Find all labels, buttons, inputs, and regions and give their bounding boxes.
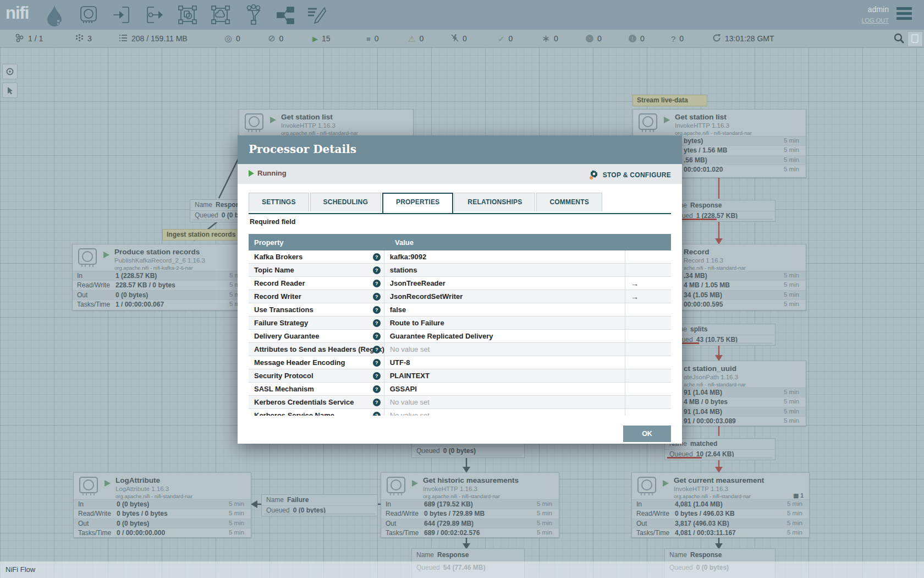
- app-header: nifi admin LOG OUT: [0, 0, 924, 30]
- status-not-transmitting: ⊘ 0: [268, 30, 283, 47]
- processor-icon: [637, 113, 658, 135]
- output-port-toolbar-icon[interactable]: [144, 4, 165, 25]
- status-locally-modified: ∗ 0: [542, 30, 558, 47]
- remote-process-group-toolbar-icon[interactable]: [210, 4, 231, 25]
- help-icon[interactable]: ?: [373, 346, 381, 353]
- cluster-node-badge: ▦ 1: [793, 492, 804, 499]
- running-icon: ▶: [312, 35, 318, 42]
- status-transmitting: ◎ 0: [224, 30, 240, 47]
- stop-and-configure-button[interactable]: STOP & CONFIGURE: [590, 170, 671, 179]
- property-row[interactable]: SASL Mechanism? GSSAPI: [249, 383, 671, 396]
- go-to-service-icon[interactable]: →: [631, 279, 639, 288]
- label-toolbar-icon[interactable]: [306, 4, 327, 25]
- processor-details-dialog: Processor Details Running STOP & CONFIGU…: [238, 135, 682, 444]
- processor-get-historic-measurements[interactable]: Get historic measurements InvokeHTTP 1.1…: [381, 472, 559, 538]
- nifi-logo: nifi: [6, 3, 29, 23]
- property-row[interactable]: Delivery Guarantee? Guarantee Replicated…: [249, 330, 671, 343]
- not-transmitting-icon: ⊘: [268, 34, 275, 43]
- funnel-toolbar-icon[interactable]: [243, 4, 264, 25]
- status-up-to-date: ✓ 0: [498, 30, 513, 47]
- dialog-status-strip: Running STOP & CONFIGURE: [238, 164, 682, 184]
- property-row[interactable]: Security Protocol? PLAINTEXT: [249, 369, 671, 383]
- process-group-toolbar-icon[interactable]: [177, 4, 198, 25]
- help-icon[interactable]: ?: [373, 266, 381, 274]
- queue-fill-bar: [264, 513, 375, 515]
- property-row[interactable]: Kafka Brokers? kafka:9092: [249, 250, 671, 264]
- help-icon[interactable]: ?: [373, 306, 381, 314]
- processor-log-attribute[interactable]: LogAttribute LogAttribute 1.16.3 org.apa…: [73, 472, 251, 538]
- label-stream-live-data[interactable]: Stream live-data: [632, 95, 707, 106]
- status-refresh: 13:01:28 GMT: [712, 30, 774, 47]
- help-icon[interactable]: ?: [373, 319, 381, 327]
- running-indicator-icon: [663, 480, 669, 487]
- help-icon[interactable]: ?: [373, 293, 381, 301]
- property-row[interactable]: Message Header Encoding? UTF-8: [249, 356, 671, 369]
- queued-icon: [119, 34, 128, 43]
- operate-palette-button[interactable]: [2, 83, 18, 98]
- help-icon[interactable]: ?: [373, 399, 381, 406]
- help-icon[interactable]: ?: [373, 372, 381, 380]
- connection-failure[interactable]: NameFailure Queued0 (0 bytes): [261, 494, 378, 516]
- property-row[interactable]: Topic Name? stations: [249, 264, 671, 277]
- nifi-drop-icon: [45, 3, 64, 29]
- processor-toolbar-icon[interactable]: [78, 4, 99, 25]
- stopped-icon: ■: [366, 35, 371, 42]
- help-icon[interactable]: ?: [373, 332, 381, 340]
- property-row[interactable]: Use Transactions? false: [249, 303, 671, 317]
- active-threads-icon: [75, 34, 84, 43]
- status-running: ▶ 15: [312, 30, 331, 47]
- help-icon[interactable]: ?: [373, 253, 381, 261]
- stale-icon: ↑: [586, 35, 593, 42]
- status-stopped: ■ 0: [366, 30, 379, 47]
- processor-get-current-measurement[interactable]: Get current measurement InvokeHTTP 1.16.…: [631, 472, 810, 538]
- breadcrumb[interactable]: NiFi Flow: [6, 565, 35, 574]
- clipped-property-row: Kerberos Service Name? No value set: [249, 409, 671, 416]
- invalid-icon: ⚠: [408, 35, 415, 43]
- help-icon[interactable]: ?: [373, 385, 381, 393]
- property-row[interactable]: Attributes to Send as Headers (Regex)? N…: [249, 343, 671, 356]
- refresh-icon[interactable]: [712, 34, 721, 43]
- logout-link[interactable]: LOG OUT: [861, 17, 889, 24]
- navigate-palette-button[interactable]: [2, 64, 18, 79]
- property-row[interactable]: Record Writer? JsonRecordSetWriter →: [249, 290, 671, 303]
- queue-fill-bar: [667, 457, 773, 459]
- dialog-header: Processor Details: [238, 135, 682, 164]
- running-indicator-icon: [664, 117, 670, 123]
- tab-settings[interactable]: SETTINGS: [249, 193, 309, 211]
- locally-modified-icon: ∗: [542, 34, 550, 43]
- global-menu-icon[interactable]: [897, 7, 912, 22]
- tab-relationships[interactable]: RELATIONSHIPS: [454, 193, 535, 211]
- transmitting-icon: ◎: [224, 34, 232, 43]
- disabled-icon: [451, 34, 459, 43]
- processor-icon: [77, 248, 98, 270]
- template-toolbar-icon[interactable]: [275, 4, 296, 25]
- tab-comments[interactable]: COMMENTS: [536, 193, 602, 211]
- running-icon: [249, 170, 254, 177]
- status-locally-modified-stale: ! 0: [629, 30, 645, 47]
- input-port-toolbar-icon[interactable]: [111, 4, 132, 25]
- tab-scheduling[interactable]: SCHEDULING: [310, 193, 381, 211]
- running-indicator-icon: [105, 480, 111, 487]
- cluster-icon: [15, 34, 24, 43]
- processor-icon: [244, 113, 265, 135]
- property-column-header: Property: [249, 238, 389, 247]
- running-indicator-icon: [412, 480, 418, 487]
- help-icon[interactable]: ?: [373, 359, 381, 367]
- tab-properties[interactable]: PROPERTIES: [382, 193, 453, 214]
- processor-produce-station-records[interactable]: Produce station records PublishKafkaReco…: [72, 244, 252, 310]
- ok-button[interactable]: OK: [623, 426, 671, 442]
- running-indicator-icon: [270, 117, 276, 123]
- help-icon[interactable]: ?: [373, 412, 381, 416]
- help-icon[interactable]: ?: [373, 280, 381, 287]
- property-row[interactable]: Record Reader? JsonTreeReader →: [249, 277, 671, 290]
- property-row[interactable]: Kerberos Credentials Service? No value s…: [249, 396, 671, 409]
- running-indicator-icon: [103, 252, 109, 258]
- queue-fill-bar: [667, 219, 773, 220]
- go-to-service-icon[interactable]: →: [631, 292, 639, 301]
- queue-fill-bar: [667, 342, 773, 344]
- run-status: Running: [249, 169, 287, 177]
- flow-status-panel-button[interactable]: [908, 31, 923, 47]
- status-active-threads: 3: [75, 30, 92, 47]
- property-row[interactable]: Failure Strategy? Route to Failure: [249, 317, 671, 330]
- search-icon[interactable]: [893, 32, 905, 47]
